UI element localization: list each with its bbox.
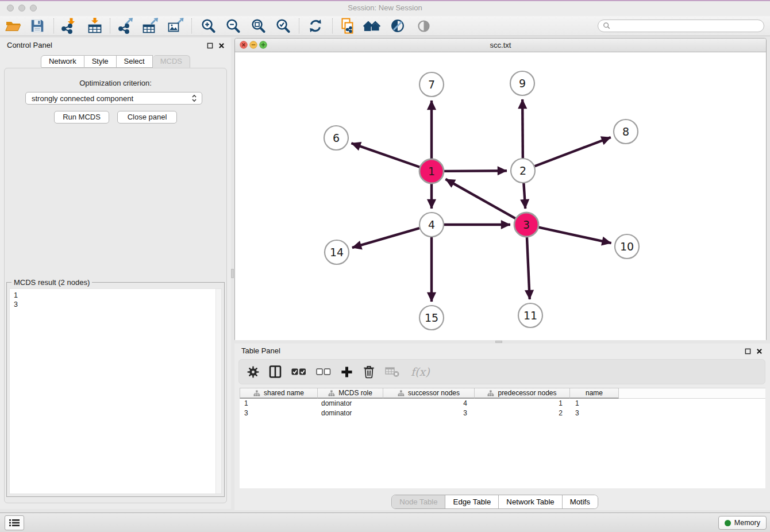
- table-toolbar: f(x): [238, 359, 765, 384]
- result-scrollbar[interactable]: [215, 289, 221, 494]
- add-row-icon[interactable]: [341, 363, 353, 380]
- tab-select[interactable]: Select: [117, 55, 153, 68]
- splitter-grip[interactable]: [495, 341, 502, 343]
- zoom-in-icon[interactable]: [199, 17, 217, 35]
- export-table-icon[interactable]: [141, 17, 159, 35]
- column-header-mcds-role[interactable]: MCDS role: [318, 388, 383, 399]
- import-network-icon[interactable]: [60, 17, 78, 35]
- mcds-result-title: MCDS result (2 nodes): [11, 278, 92, 287]
- graph-node-label: 8: [622, 125, 629, 138]
- column-header-shared-name[interactable]: shared name: [240, 388, 318, 399]
- graph-node[interactable]: 15: [419, 306, 444, 330]
- table-row[interactable]: 1 dominator 4 1 1: [240, 399, 765, 408]
- mcds-result-textarea[interactable]: 1 3: [9, 288, 222, 494]
- node-table[interactable]: shared name MCDS role successor nodes pr…: [240, 388, 765, 488]
- cell-mcds-role[interactable]: dominator: [318, 399, 383, 407]
- graph-edge[interactable]: [352, 228, 419, 248]
- graph-edge[interactable]: [523, 183, 525, 209]
- graph-node[interactable]: 6: [324, 126, 348, 150]
- task-history-button[interactable]: [5, 515, 24, 530]
- export-image-icon[interactable]: [166, 17, 184, 35]
- graph-node[interactable]: 7: [419, 72, 444, 97]
- cell-successor-nodes[interactable]: 3: [383, 409, 475, 417]
- graph-edge[interactable]: [535, 137, 611, 166]
- show-hide-icon[interactable]: [414, 17, 433, 35]
- import-table-icon[interactable]: [86, 17, 104, 35]
- graph-node[interactable]: 4: [419, 213, 444, 237]
- tab-mcds[interactable]: MCDS: [153, 55, 190, 68]
- criterion-dropdown[interactable]: strongly connected component: [25, 92, 202, 105]
- graph-edge[interactable]: [351, 143, 419, 167]
- graph-node[interactable]: 14: [325, 240, 349, 264]
- memory-status-icon: [725, 520, 731, 526]
- graph-edge[interactable]: [538, 228, 611, 243]
- select-all-rows-icon[interactable]: [291, 363, 306, 380]
- network-home-icon[interactable]: [363, 17, 382, 35]
- cell-shared-name[interactable]: 1: [240, 399, 318, 407]
- refresh-icon[interactable]: [306, 17, 325, 35]
- close-panel-button[interactable]: Close panel: [117, 111, 177, 124]
- zoom-selected-icon[interactable]: [274, 17, 292, 35]
- table-settings-gear-icon[interactable]: [247, 363, 259, 380]
- splitter-grip[interactable]: [231, 269, 234, 278]
- memory-button[interactable]: Memory: [718, 516, 767, 530]
- graph-node[interactable]: 11: [518, 303, 542, 327]
- table-panel-tabs: Node Table Edge Table Network Table Moti…: [391, 495, 598, 509]
- column-label: predecessor nodes: [498, 389, 556, 397]
- close-panel-icon[interactable]: [217, 41, 225, 49]
- cell-name[interactable]: 3: [570, 409, 619, 417]
- column-header-predecessor-nodes[interactable]: predecessor nodes: [475, 388, 570, 399]
- graph-node[interactable]: 10: [615, 234, 639, 259]
- column-header-successor-nodes[interactable]: successor nodes: [383, 388, 475, 399]
- cell-shared-name[interactable]: 3: [240, 409, 318, 417]
- memory-label: Memory: [734, 519, 760, 527]
- network-canvas[interactable]: 1234678910111415: [235, 52, 766, 340]
- table-header-row: shared name MCDS role successor nodes pr…: [240, 388, 765, 399]
- search-input[interactable]: [613, 21, 764, 30]
- graph-node[interactable]: 1: [419, 159, 444, 183]
- tab-node-table[interactable]: Node Table: [392, 495, 445, 508]
- column-label: successor nodes: [408, 389, 460, 397]
- graph-edge[interactable]: [444, 171, 507, 171]
- tab-edge-table[interactable]: Edge Table: [446, 495, 499, 508]
- tab-network[interactable]: Network: [41, 55, 84, 68]
- cell-mcds-role[interactable]: dominator: [318, 409, 383, 417]
- cell-name[interactable]: 1: [570, 399, 619, 407]
- graph-edge[interactable]: [527, 237, 530, 299]
- duplicate-network-icon[interactable]: [338, 17, 357, 35]
- graph-node-label: 15: [425, 311, 438, 324]
- zoom-out-icon[interactable]: [224, 17, 242, 35]
- tab-network-table[interactable]: Network Table: [499, 495, 562, 508]
- table-row[interactable]: 3 dominator 3 2 3: [240, 408, 765, 418]
- mcds-panel-body: Optimization criterion: strongly connect…: [4, 68, 227, 503]
- deselect-all-rows-icon[interactable]: [316, 363, 331, 380]
- export-network-icon[interactable]: [116, 17, 134, 35]
- cell-successor-nodes[interactable]: 4: [383, 399, 475, 407]
- close-panel-icon[interactable]: [755, 347, 763, 355]
- graph-edge[interactable]: [445, 179, 515, 218]
- float-panel-icon[interactable]: [206, 41, 214, 49]
- main-toolbar: [0, 16, 770, 36]
- float-panel-icon[interactable]: [744, 347, 752, 355]
- tab-motifs[interactable]: Motifs: [563, 495, 598, 508]
- tab-style[interactable]: Style: [84, 55, 117, 68]
- toolbar-search[interactable]: [598, 20, 764, 32]
- graph-node[interactable]: 3: [514, 213, 538, 237]
- network-graph[interactable]: 1234678910111415: [235, 52, 766, 340]
- graph-node[interactable]: 9: [510, 71, 534, 95]
- graph-node[interactable]: 8: [614, 119, 638, 144]
- graph-node[interactable]: 2: [511, 159, 535, 183]
- mcds-result-group: MCDS result (2 nodes) 1 3: [6, 282, 225, 497]
- column-header-name[interactable]: name: [570, 388, 619, 399]
- apply-style-icon[interactable]: [388, 17, 407, 35]
- open-session-icon[interactable]: [4, 17, 22, 35]
- graph-edge[interactable]: [522, 99, 523, 158]
- zoom-fit-icon[interactable]: [249, 17, 267, 35]
- cell-predecessor-nodes[interactable]: 2: [475, 409, 570, 417]
- network-window-titlebar[interactable]: scc.txt: [235, 38, 766, 52]
- run-mcds-button[interactable]: Run MCDS: [54, 111, 109, 124]
- column-selector-icon[interactable]: [269, 363, 282, 380]
- cell-predecessor-nodes[interactable]: 1: [475, 399, 570, 407]
- save-session-icon[interactable]: [28, 17, 47, 35]
- delete-row-icon[interactable]: [363, 363, 375, 380]
